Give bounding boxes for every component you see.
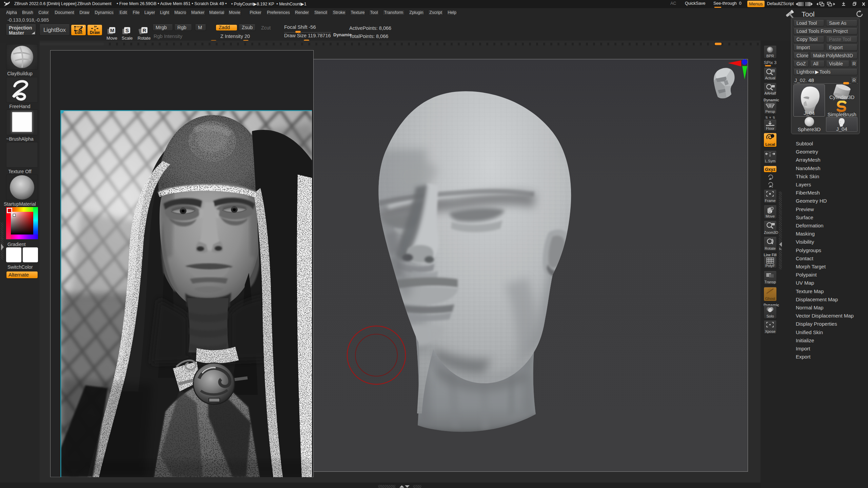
svg-text:M: M [110,27,115,33]
svg-text:S: S [125,27,129,33]
svg-text:R: R [143,27,146,33]
